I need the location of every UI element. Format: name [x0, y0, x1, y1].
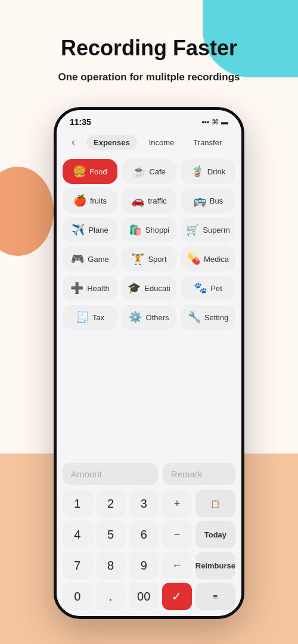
category-icon: ➕: [70, 282, 83, 295]
battery-icon: ▬: [221, 118, 228, 126]
numpad-button-[interactable]: 📋: [195, 490, 235, 517]
tab-expenses[interactable]: Expenses: [86, 135, 137, 150]
numpad-button-7[interactable]: 7: [63, 552, 92, 579]
category-item-plane[interactable]: ✈️Plane: [63, 217, 117, 242]
signal-icon: ▪▪▪: [201, 118, 209, 126]
category-item-cafe[interactable]: ☕Cafe: [122, 159, 176, 184]
back-button[interactable]: ‹: [65, 134, 82, 151]
category-label: Pet: [210, 284, 222, 293]
category-label: Health: [87, 284, 110, 293]
category-icon: 🎮: [71, 252, 84, 265]
category-label: Sport: [148, 255, 166, 264]
amount-field[interactable]: Amount: [63, 463, 158, 485]
numpad-button-[interactable]: ←: [162, 552, 192, 579]
category-label: Setting: [204, 313, 228, 322]
category-icon: 🎓: [128, 282, 141, 295]
category-label: Superm: [203, 226, 230, 235]
category-icon: 🐾: [194, 282, 207, 295]
numpad-button-1[interactable]: 1: [63, 490, 92, 517]
numpad-button-9[interactable]: 9: [129, 552, 159, 579]
category-item-traffic[interactable]: 🚗traffic: [122, 188, 176, 213]
category-grid: 🍔Food☕Cafe🧋Drink🍎fruits🚗traffic🚌Bus✈️Pla…: [63, 159, 235, 330]
tab-transfer[interactable]: Transfer: [186, 135, 229, 150]
category-item-educati[interactable]: 🎓Educati: [122, 276, 176, 301]
category-label: fruits: [90, 196, 107, 205]
category-item-tax[interactable]: 🧾Tax: [63, 305, 117, 330]
category-icon: 🔧: [188, 311, 201, 324]
numpad-button-0[interactable]: 0: [63, 583, 92, 610]
status-icons: ▪▪▪ ⌘ ▬: [201, 118, 228, 126]
category-item-pet[interactable]: 🐾Pet: [181, 276, 235, 301]
category-icon: 🛒: [186, 223, 199, 236]
tab-income[interactable]: Income: [142, 135, 182, 150]
numpad-button-00[interactable]: 00: [129, 583, 159, 610]
category-section: 🍔Food☕Cafe🧋Drink🍎fruits🚗traffic🚌Bus✈️Pla…: [57, 154, 241, 458]
category-item-superm[interactable]: 🛒Superm: [181, 217, 235, 242]
category-item-others[interactable]: ⚙️Others: [122, 305, 176, 330]
category-icon: 🏋️: [131, 252, 144, 265]
status-time: 11:35: [70, 117, 91, 127]
category-label: Others: [145, 313, 169, 322]
numpad-button-reimburse[interactable]: Reimburse: [195, 552, 235, 579]
phone-mockup: 11:35 ▪▪▪ ⌘ ▬ ‹ Expenses Income Transfer…: [54, 107, 244, 619]
category-icon: ⚙️: [129, 311, 142, 324]
numpad-button-4[interactable]: 4: [63, 521, 92, 548]
wifi-icon: ⌘: [212, 118, 219, 126]
category-icon: ✈️: [72, 223, 85, 236]
category-icon: 🍔: [73, 165, 86, 178]
category-label: Cafe: [149, 167, 165, 176]
category-item-shoppi[interactable]: 🛍️Shoppi: [122, 217, 176, 242]
phone-screen: 11:35 ▪▪▪ ⌘ ▬ ‹ Expenses Income Transfer…: [57, 110, 241, 616]
category-label: Drink: [207, 167, 225, 176]
category-icon: 🛍️: [129, 223, 142, 236]
numpad-button-[interactable]: ✓: [162, 583, 192, 610]
category-item-setting[interactable]: 🔧Setting: [181, 305, 235, 330]
category-item-medica[interactable]: 💊Medica: [181, 246, 235, 271]
category-item-food[interactable]: 🍔Food: [63, 159, 117, 184]
category-item-game[interactable]: 🎮Game: [63, 246, 117, 271]
category-icon: ☕: [132, 165, 145, 178]
category-label: Food: [89, 167, 107, 176]
tab-bar: ‹ Expenses Income Transfer: [57, 130, 241, 154]
category-icon: 🧋: [191, 165, 204, 178]
category-item-sport[interactable]: 🏋️Sport: [122, 246, 176, 271]
category-label: Shoppi: [145, 226, 169, 235]
category-icon: 🧾: [76, 311, 89, 324]
numpad-button-2[interactable]: 2: [96, 490, 126, 517]
category-item-fruits[interactable]: 🍎fruits: [63, 188, 117, 213]
remark-field[interactable]: Remark: [163, 463, 235, 485]
category-icon: 🚌: [193, 194, 206, 207]
numpad-button-[interactable]: +: [162, 490, 192, 517]
numpad-button-[interactable]: ≡: [195, 583, 235, 610]
bg-decoration-orange: [0, 167, 54, 256]
category-item-bus[interactable]: 🚌Bus: [181, 188, 235, 213]
category-icon: 🚗: [131, 194, 144, 207]
category-label: Medica: [204, 255, 229, 264]
category-label: Educati: [144, 284, 170, 293]
numpad-button-5[interactable]: 5: [96, 521, 126, 548]
category-label: Game: [88, 255, 108, 264]
amount-remark-row: Amount Remark: [57, 458, 241, 487]
page-subtitle: One operation for mulitple recordings: [0, 71, 298, 83]
numpad-button-6[interactable]: 6: [129, 521, 159, 548]
numpad: 123+📋456−Today789←Reimburse0.00✓≡: [57, 487, 241, 616]
category-label: Tax: [92, 313, 104, 322]
page-title: Recording Faster: [0, 36, 298, 61]
category-label: traffic: [148, 196, 167, 205]
category-item-health[interactable]: ➕Health: [63, 276, 117, 301]
numpad-button-8[interactable]: 8: [96, 552, 126, 579]
category-label: Bus: [210, 196, 223, 205]
numpad-grid: 123+📋456−Today789←Reimburse0.00✓≡: [63, 490, 235, 610]
category-label: Plane: [88, 226, 108, 235]
category-item-drink[interactable]: 🧋Drink: [181, 159, 235, 184]
numpad-button-3[interactable]: 3: [129, 490, 159, 517]
numpad-button-today[interactable]: Today: [195, 521, 235, 548]
numpad-button-[interactable]: .: [96, 583, 126, 610]
category-icon: 🍎: [73, 194, 86, 207]
numpad-button-[interactable]: −: [162, 521, 192, 548]
category-icon: 💊: [187, 252, 200, 265]
status-bar: 11:35 ▪▪▪ ⌘ ▬: [57, 110, 241, 130]
